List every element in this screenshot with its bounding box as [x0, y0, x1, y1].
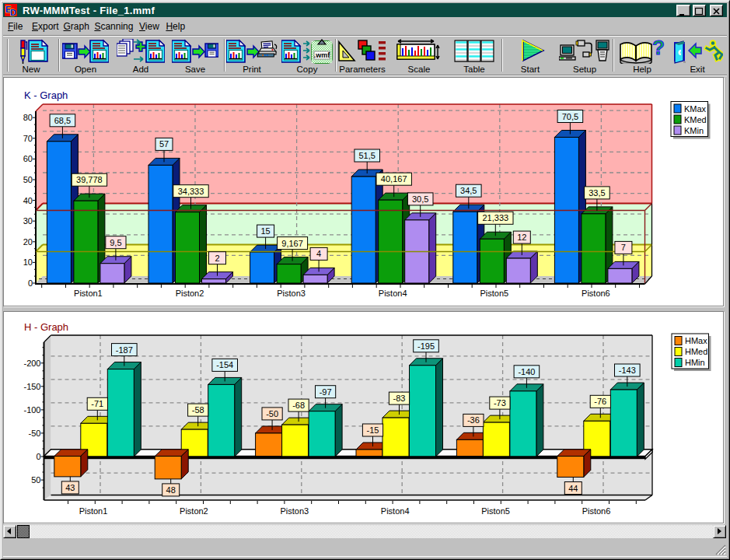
svg-text:KMed: KMed — [684, 115, 707, 124]
svg-text:Piston6: Piston6 — [582, 506, 611, 516]
svg-text:HMed: HMed — [685, 347, 707, 356]
svg-text:30,5: 30,5 — [412, 194, 428, 204]
svg-text:80: 80 — [23, 113, 33, 122]
svg-text:K - Graph: K - Graph — [24, 89, 68, 101]
svg-text:Piston5: Piston5 — [481, 506, 510, 516]
svg-text:-73: -73 — [494, 398, 506, 408]
svg-text:57: 57 — [159, 139, 169, 149]
svg-text:KMax: KMax — [684, 104, 707, 114]
svg-text:2: 2 — [215, 254, 219, 263]
svg-text:-50: -50 — [266, 409, 278, 418]
svg-text:-50: -50 — [29, 429, 41, 438]
svg-text:-154: -154 — [216, 360, 233, 369]
svg-text:-200: -200 — [23, 359, 40, 368]
svg-text:Piston1: Piston1 — [74, 289, 103, 298]
svg-text:33,5: 33,5 — [589, 188, 605, 198]
svg-text:40,167: 40,167 — [381, 174, 407, 184]
svg-text:34,333: 34,333 — [178, 187, 204, 196]
svg-text:Piston6: Piston6 — [582, 289, 610, 298]
svg-text:HMin: HMin — [685, 358, 705, 367]
svg-text:7: 7 — [621, 243, 626, 252]
svg-text:Piston5: Piston5 — [480, 289, 508, 298]
svg-text:-83: -83 — [393, 394, 406, 403]
svg-text:-100: -100 — [23, 405, 40, 415]
svg-text:0: 0 — [28, 278, 33, 288]
svg-text:12: 12 — [517, 233, 526, 242]
svg-text:60: 60 — [23, 154, 33, 163]
svg-text:D: D — [10, 8, 16, 16]
svg-text:-97: -97 — [320, 387, 332, 397]
svg-text:70,5: 70,5 — [562, 112, 578, 121]
svg-text:-36: -36 — [467, 415, 480, 425]
svg-text:48: 48 — [166, 485, 176, 495]
svg-text:70: 70 — [23, 134, 33, 143]
svg-text:34,5: 34,5 — [460, 186, 477, 195]
svg-text:51,5: 51,5 — [358, 151, 375, 160]
svg-text:44: 44 — [568, 484, 578, 493]
svg-text:10: 10 — [23, 257, 33, 267]
svg-text:4: 4 — [316, 249, 321, 258]
svg-text:.wmf: .wmf — [314, 51, 331, 59]
svg-text:Piston4: Piston4 — [381, 506, 410, 516]
svg-text:-58: -58 — [192, 405, 204, 415]
svg-text:68,5: 68,5 — [54, 116, 71, 125]
svg-text:40: 40 — [23, 196, 33, 205]
svg-text:15: 15 — [260, 226, 270, 236]
svg-text:Piston4: Piston4 — [379, 289, 407, 298]
svg-text:9,167: 9,167 — [281, 239, 303, 248]
svg-text:HMax: HMax — [685, 336, 707, 345]
svg-text:9,5: 9,5 — [110, 238, 121, 247]
svg-text:-143: -143 — [619, 366, 636, 375]
svg-text:KMin: KMin — [684, 126, 704, 135]
svg-text:Piston3: Piston3 — [277, 289, 306, 298]
svg-text:39,778: 39,778 — [76, 175, 103, 184]
svg-text:-68: -68 — [292, 401, 305, 410]
svg-text:20: 20 — [23, 237, 33, 247]
svg-text:43: 43 — [65, 483, 75, 492]
svg-text:-150: -150 — [23, 382, 40, 391]
svg-text:-76: -76 — [594, 397, 606, 406]
svg-text:30: 30 — [23, 216, 33, 226]
svg-text:H - Graph: H - Graph — [24, 321, 68, 333]
svg-text:50: 50 — [31, 475, 40, 485]
svg-text:50: 50 — [23, 175, 33, 184]
svg-text:-140: -140 — [518, 367, 535, 376]
svg-text:Piston1: Piston1 — [79, 506, 108, 516]
svg-text:?: ? — [652, 39, 665, 59]
svg-text:-71: -71 — [91, 399, 103, 408]
svg-text:21,333: 21,333 — [482, 213, 508, 222]
svg-text:Piston2: Piston2 — [176, 289, 204, 298]
svg-text:-187: -187 — [116, 345, 133, 355]
svg-text:-15: -15 — [367, 425, 379, 435]
svg-text:0: 0 — [36, 452, 40, 461]
svg-text:-195: -195 — [417, 341, 435, 351]
svg-text:Piston3: Piston3 — [280, 506, 309, 516]
svg-text:Piston2: Piston2 — [180, 506, 208, 516]
